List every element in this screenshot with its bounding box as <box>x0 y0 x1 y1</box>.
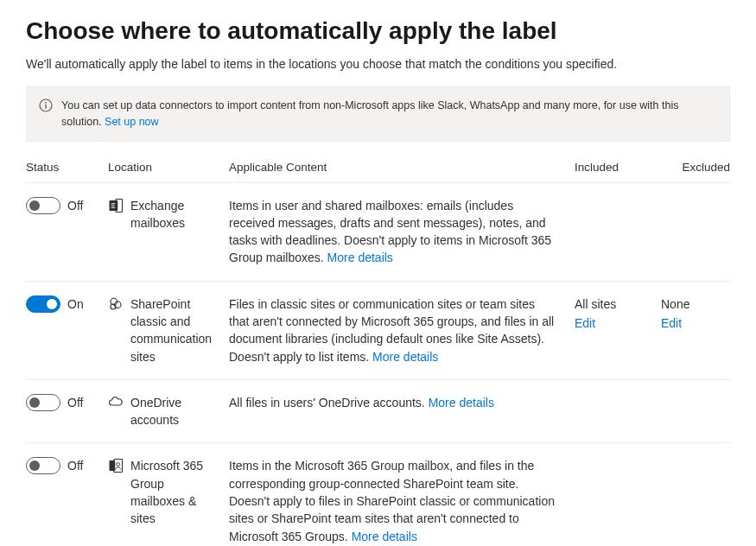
more-details-link[interactable]: More details <box>327 251 393 264</box>
more-details-link[interactable]: More details <box>429 396 494 410</box>
more-details-link[interactable]: More details <box>352 530 417 543</box>
excluded-cell <box>661 457 730 544</box>
page-title: Choose where to automatically apply the … <box>26 17 730 45</box>
th-included: Included <box>575 161 661 174</box>
location-name: Microsoft 365 Group mailboxes & sites <box>130 457 220 527</box>
edit-excluded-link[interactable]: Edit <box>661 314 730 332</box>
toggle-m365groups[interactable] <box>26 457 60 474</box>
info-banner-text: You can set up data connectors to import… <box>61 98 717 130</box>
toggle-label: Off <box>67 197 83 214</box>
info-icon <box>39 98 53 112</box>
included-cell <box>575 394 661 429</box>
toggle-sharepoint[interactable] <box>26 295 60 313</box>
location-row-sharepoint: On SharePoint classic and communication … <box>26 282 730 380</box>
th-status: Status <box>26 161 108 174</box>
svg-point-10 <box>117 463 120 467</box>
location-row-m365groups: Off Microsoft 365 Group mailboxes & site… <box>26 443 730 546</box>
page-subtitle: We'll automatically apply the label to i… <box>26 57 730 71</box>
excluded-cell <box>661 197 730 267</box>
included-value: All sites <box>575 297 616 311</box>
location-name: Exchange mailboxes <box>130 197 220 232</box>
toggle-onedrive[interactable] <box>26 394 60 411</box>
svg-rect-2 <box>45 105 46 109</box>
included-cell <box>575 457 661 544</box>
excluded-value: None <box>661 297 689 311</box>
sharepoint-icon <box>108 296 124 312</box>
toggle-label: Off <box>67 394 83 411</box>
th-content: Applicable Content <box>229 161 575 174</box>
edit-included-link[interactable]: Edit <box>575 314 661 332</box>
m365-groups-icon <box>108 458 124 473</box>
location-name: SharePoint classic and communication sit… <box>130 295 220 365</box>
onedrive-icon <box>108 395 124 410</box>
toggle-label: Off <box>67 457 83 474</box>
locations-table-header: Status Location Applicable Content Inclu… <box>26 161 730 183</box>
setup-now-link[interactable]: Set up now <box>105 116 159 128</box>
svg-point-1 <box>45 102 47 104</box>
th-excluded: Excluded <box>661 161 730 174</box>
exchange-icon <box>108 198 124 213</box>
more-details-link[interactable]: More details <box>372 350 438 364</box>
th-location: Location <box>108 161 229 174</box>
toggle-label: On <box>67 295 84 313</box>
excluded-cell <box>661 394 730 429</box>
toggle-exchange[interactable] <box>26 197 60 214</box>
included-cell <box>575 197 661 267</box>
location-desc: All files in users' OneDrive accounts. <box>229 396 425 410</box>
location-row-onedrive: Off OneDrive accounts All files in users… <box>26 380 730 444</box>
location-row-exchange: Off Exchange mailboxes Items in user and… <box>26 183 730 282</box>
location-name: OneDrive accounts <box>130 394 220 429</box>
info-banner: You can set up data connectors to import… <box>26 86 730 142</box>
